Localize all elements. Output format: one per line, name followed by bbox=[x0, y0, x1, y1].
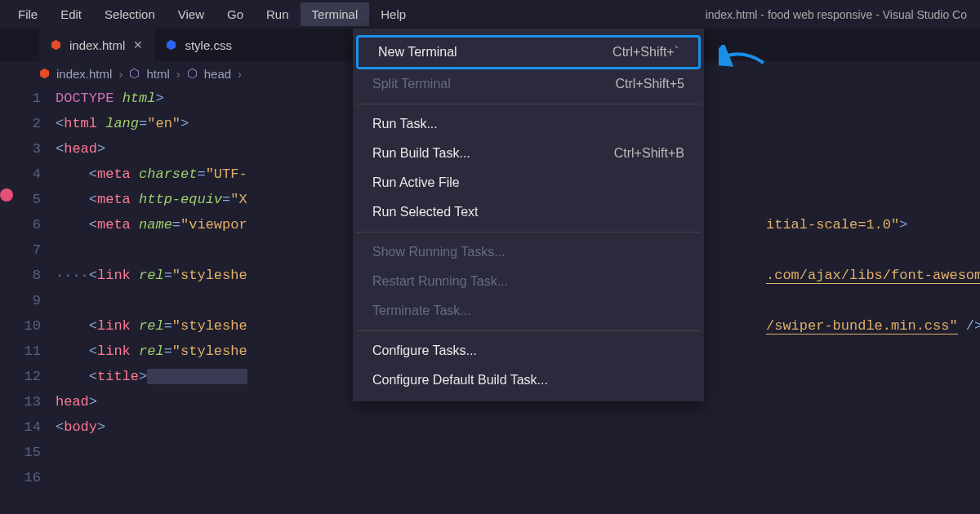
menu-item-shortcut: Ctrl+Shift+5 bbox=[616, 77, 684, 91]
code-line[interactable] bbox=[56, 440, 980, 465]
menu-item-shortcut: Ctrl+Shift+` bbox=[612, 45, 679, 60]
menu-item-label: Restart Running Task... bbox=[372, 274, 508, 289]
menu-run[interactable]: Run bbox=[255, 2, 301, 26]
menu-item-new-terminal[interactable]: New TerminalCtrl+Shift+` bbox=[356, 35, 701, 69]
html5-icon: ⬢ bbox=[39, 66, 50, 81]
menu-item-label: Configure Tasks... bbox=[372, 343, 477, 358]
tab-style-css[interactable]: ⬢style.css bbox=[154, 29, 243, 61]
terminal-dropdown: New TerminalCtrl+Shift+`Split TerminalCt… bbox=[353, 29, 704, 401]
menu-terminal[interactable]: Terminal bbox=[301, 2, 370, 26]
line-number: 12 bbox=[0, 364, 41, 389]
menu-item-run-build-task[interactable]: Run Build Task...Ctrl+Shift+B bbox=[353, 139, 704, 168]
chevron-right-icon: › bbox=[118, 67, 122, 81]
tab-label: style.css bbox=[185, 38, 232, 52]
menu-item-restart-running-task: Restart Running Task... bbox=[353, 267, 704, 296]
arrow-annotation bbox=[719, 45, 768, 69]
menu-item-configure-default-build-task[interactable]: Configure Default Build Task... bbox=[353, 366, 704, 395]
close-icon[interactable]: ✕ bbox=[133, 38, 143, 51]
menu-item-split-terminal: Split TerminalCtrl+Shift+5 bbox=[353, 69, 704, 99]
tab-index-html[interactable]: ⬢index.html✕ bbox=[39, 29, 154, 61]
menu-go[interactable]: Go bbox=[216, 2, 255, 26]
menubar: FileEditSelectionViewGoRunTerminalHelp i… bbox=[0, 0, 980, 29]
menu-item-label: Configure Default Build Task... bbox=[372, 373, 548, 388]
code-line-tail: /swiper-bundle.min.css" /> bbox=[766, 313, 980, 339]
line-number: 9 bbox=[0, 288, 41, 313]
breadcrumb-file[interactable]: index.html bbox=[56, 67, 112, 81]
menu-item-run-task[interactable]: Run Task... bbox=[353, 109, 704, 139]
breadcrumb-segment[interactable]: html bbox=[146, 67, 169, 81]
menu-file[interactable]: File bbox=[7, 2, 49, 26]
menu-item-label: Run Task... bbox=[372, 117, 438, 131]
line-number: 14 bbox=[0, 414, 41, 440]
menu-item-show-running-tasks: Show Running Tasks... bbox=[353, 237, 704, 267]
line-number: 11 bbox=[0, 339, 41, 364]
html5-icon: ⬢ bbox=[51, 38, 61, 52]
chevron-right-icon: › bbox=[238, 67, 242, 81]
menu-item-label: Run Selected Text bbox=[372, 205, 479, 219]
element-icon: ⬡ bbox=[129, 66, 140, 81]
line-gutter: 12345678910111213141516 bbox=[0, 86, 56, 490]
line-number: 7 bbox=[0, 237, 41, 263]
chevron-right-icon: › bbox=[176, 67, 180, 81]
menu-separator bbox=[356, 330, 701, 331]
error-indicator bbox=[0, 188, 13, 202]
line-number: 8 bbox=[0, 263, 41, 288]
menu-selection[interactable]: Selection bbox=[93, 2, 167, 26]
menu-item-run-selected-text[interactable]: Run Selected Text bbox=[353, 197, 704, 227]
line-number: 13 bbox=[0, 389, 41, 414]
menu-help[interactable]: Help bbox=[369, 2, 417, 26]
window-title: index.html - food web responsive - Visua… bbox=[706, 8, 973, 21]
menu-item-label: Run Active File bbox=[372, 175, 460, 190]
line-number: 16 bbox=[0, 465, 41, 490]
breadcrumb-segment[interactable]: head bbox=[204, 67, 231, 81]
menu-edit[interactable]: Edit bbox=[49, 2, 93, 26]
code-line[interactable]: <body> bbox=[56, 414, 980, 440]
css3-icon: ⬢ bbox=[166, 38, 176, 52]
menu-item-label: New Terminal bbox=[378, 45, 457, 60]
menu-item-configure-tasks[interactable]: Configure Tasks... bbox=[353, 336, 704, 366]
menu-item-label: Split Terminal bbox=[372, 77, 451, 91]
line-number: 15 bbox=[0, 440, 41, 465]
menu-separator bbox=[356, 232, 701, 233]
line-number: 1 bbox=[0, 86, 41, 111]
menu-item-label: Terminate Task... bbox=[372, 304, 471, 318]
menu-item-shortcut: Ctrl+Shift+B bbox=[614, 146, 684, 161]
tab-label: index.html bbox=[69, 38, 125, 52]
line-number: 10 bbox=[0, 313, 41, 339]
line-number: 2 bbox=[0, 111, 41, 136]
menu-item-label: Run Build Task... bbox=[372, 146, 470, 161]
menu-item-label: Show Running Tasks... bbox=[372, 245, 505, 259]
code-line-tail: itial-scale=1.0"> bbox=[766, 212, 907, 237]
menu-item-terminate-task: Terminate Task... bbox=[353, 296, 704, 326]
line-number: 4 bbox=[0, 162, 41, 187]
menu-item-run-active-file[interactable]: Run Active File bbox=[353, 168, 704, 197]
line-number: 6 bbox=[0, 212, 41, 237]
menu-view[interactable]: View bbox=[167, 2, 216, 26]
menu-separator bbox=[356, 104, 701, 104]
code-line-tail: .com/ajax/libs/font-awesome bbox=[766, 263, 980, 288]
line-number: 3 bbox=[0, 136, 41, 162]
element-icon: ⬡ bbox=[187, 66, 198, 81]
